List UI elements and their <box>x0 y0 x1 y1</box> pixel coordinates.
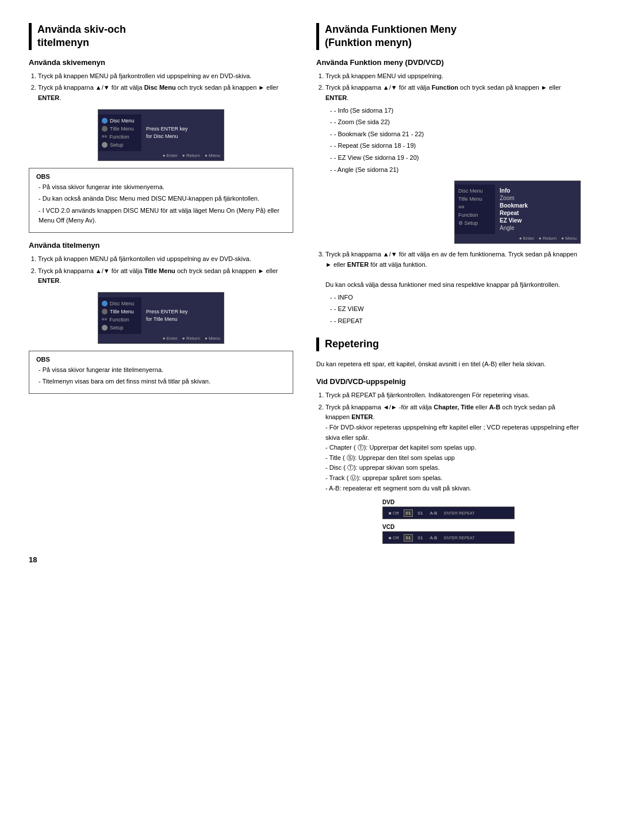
dvd-screen-function: Disc Menu Title Menu ≡≡ Function ⚙ Setup… <box>454 181 581 244</box>
disc-menu-steps: Tryck på knappen MENU på fjarkontrollen … <box>29 71 293 103</box>
obs-box-1: OBS På vissa skivor fungerar inte skivme… <box>29 168 293 233</box>
vcd-repeat-bar: ■ Off 01 01 A·B ENTER REPEAT <box>382 531 515 544</box>
right-section-title: Använda Funktionen Meny (Funktion menyn) <box>316 23 581 50</box>
funktion-step3: Tryck på knapparna ▲/▼ för att välja en … <box>316 250 581 326</box>
funktion-menu-subtitle: Använda Funktion meny (DVD/VCD) <box>316 58 581 67</box>
dvd-screen-disc-menu: Disc Menu Title Menu ≡≡ Function Setup P… <box>98 109 224 161</box>
repeat-bars: DVD ■ Off 01 01 A·B ENTER REPEAT VCD ■ O… <box>316 499 581 544</box>
obs-box-2: OBS På vissa skivor fungerar inte titelm… <box>29 351 293 394</box>
disc-menu-subtitle: Använda skivemenyn <box>29 58 293 67</box>
funktion-menu-steps: Tryck på knappen MENU vid uppspelning. T… <box>316 71 581 175</box>
right-column: Använda Funktionen Meny (Funktion menyn)… <box>316 23 581 544</box>
title-menu-subtitle: Använda titelmenyn <box>29 241 293 250</box>
left-column: Använda skiv-och titelmenyn Använda skiv… <box>29 23 293 544</box>
dvd-screen-title-menu: Disc Menu Title Menu ≡≡ Function Setup P… <box>98 292 224 344</box>
page-number: 18 <box>29 555 37 564</box>
dvd-vcd-subtitle: Vid DVD/VCD-uppspelnig <box>316 377 581 386</box>
repetering-section: Repetering Du kan repetera ett spar, ett… <box>316 337 581 544</box>
repetering-title: Repetering <box>316 337 581 351</box>
title-menu-steps: Tryck på knappen MENU på fjärrkontollen … <box>29 254 293 286</box>
repetering-intro: Du kan repetera ett spar, ett kapitel, ö… <box>316 359 581 370</box>
dvd-repeat-bar: ■ Off 01 01 A·B ENTER REPEAT <box>382 507 515 519</box>
left-section-title: Använda skiv-och titelmenyn <box>29 23 293 50</box>
dvd-vcd-steps: Tryck på REPEAT på fjärrkontrollen. Indi… <box>316 390 581 493</box>
